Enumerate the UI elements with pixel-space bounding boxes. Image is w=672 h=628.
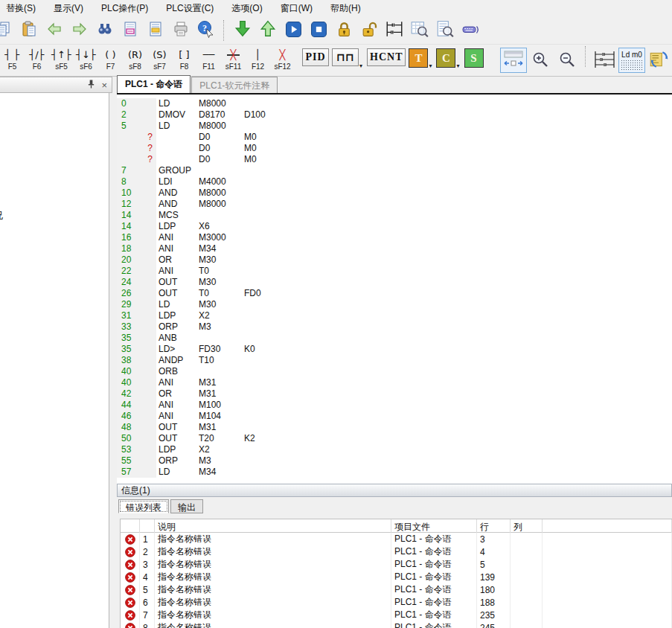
ladder-button-F12[interactable]: │F12 bbox=[246, 46, 270, 74]
stop-button[interactable] bbox=[306, 19, 331, 42]
ladder-button-F7[interactable]: ( )F7 bbox=[98, 46, 123, 74]
convert-button[interactable] bbox=[645, 48, 672, 73]
instruction-row[interactable]: 8LDIM4000 bbox=[117, 176, 672, 188]
run-button[interactable] bbox=[281, 19, 306, 42]
dropdown-arrow-icon[interactable]: ▾ bbox=[456, 63, 459, 69]
download-to-plc-button[interactable] bbox=[230, 19, 255, 42]
document-button[interactable] bbox=[143, 19, 168, 42]
menu-item-plc-settings[interactable]: PLC设置(C) bbox=[157, 0, 223, 17]
ladder-button-sF5[interactable]: ┤↑├sF5 bbox=[49, 46, 74, 74]
instruction-row[interactable]: 42ORM31 bbox=[117, 388, 672, 400]
instruction-row[interactable]: 33ORPM3 bbox=[117, 321, 672, 333]
menu-item-help[interactable]: 帮助(H) bbox=[321, 0, 370, 17]
instruction-row[interactable]: 40ORB bbox=[117, 366, 672, 377]
menu-item-options[interactable]: 选项(O) bbox=[223, 0, 271, 17]
message-tab-0[interactable]: 错误列表 bbox=[118, 499, 169, 513]
instruction-row[interactable]: 40ANIM31 bbox=[117, 377, 672, 388]
ladder-monitor-button[interactable] bbox=[382, 19, 407, 42]
close-icon[interactable]: × bbox=[101, 80, 107, 90]
instruction-row[interactable]: 57LDM34 bbox=[117, 467, 672, 478]
device-connector-button[interactable] bbox=[458, 19, 483, 42]
grid-find-button[interactable] bbox=[407, 19, 432, 42]
pin-icon[interactable] bbox=[87, 79, 95, 92]
find-button[interactable] bbox=[92, 19, 118, 42]
ladder-button-F5[interactable]: ┤ ├F5 bbox=[0, 46, 25, 74]
error-row[interactable]: 7指令名称错误PLC1 - 命令语235 bbox=[121, 609, 672, 621]
instruction-row[interactable]: 2DMOVD8170D100 bbox=[117, 109, 672, 121]
instruction-row[interactable]: 26OUTT0FD0 bbox=[117, 288, 672, 299]
error-row[interactable]: 4指令名称错误PLC1 - 命令语139 bbox=[121, 571, 672, 583]
instruction-row[interactable]: 38ANDPT10 bbox=[117, 355, 672, 366]
unlock-button[interactable] bbox=[356, 19, 382, 42]
menu-item-view[interactable]: 显示(V) bbox=[45, 0, 92, 17]
instruction-button-⊓⊓[interactable]: ⊓⊓ bbox=[332, 48, 359, 66]
instruction-row[interactable]: 18ANIM34 bbox=[117, 243, 672, 254]
instruction-row[interactable]: ?D0M0 bbox=[117, 154, 672, 165]
instruction-row[interactable]: 55ORPM3 bbox=[117, 455, 672, 467]
instruction-row[interactable]: 14MCS bbox=[117, 210, 672, 221]
instruction-row[interactable]: 50OUTT20K2 bbox=[117, 433, 672, 444]
instruction-row[interactable]: 35ANB bbox=[117, 333, 672, 344]
instruction-button-hcnt[interactable]: HCNT bbox=[367, 48, 406, 66]
ladder-button-sF8[interactable]: (R)sF8 bbox=[123, 46, 147, 74]
instruction-list[interactable]: 0LDM80002DMOVD8170D1005LDM8000?D0M0?D0M0… bbox=[117, 96, 672, 484]
error-row[interactable]: 3指令名称错误PLC1 - 命令语5 bbox=[121, 558, 672, 571]
ladder-button-sF6[interactable]: ┤↓├sF6 bbox=[74, 46, 98, 74]
upload-from-plc-button[interactable] bbox=[255, 19, 281, 42]
instruction-row[interactable]: ?D0M0 bbox=[117, 143, 672, 154]
menu-item-window[interactable]: 窗口(W) bbox=[272, 0, 321, 17]
zoom-out-button[interactable] bbox=[554, 48, 580, 73]
instruction-row[interactable]: 44ANIM100 bbox=[117, 400, 672, 411]
instruction-row[interactable]: 46ANIM104 bbox=[117, 411, 672, 422]
ladder-button-sF7[interactable]: (S)sF7 bbox=[147, 46, 172, 74]
device-button-s[interactable]: S bbox=[464, 48, 484, 68]
back-button[interactable] bbox=[42, 19, 67, 42]
instruction-row[interactable]: 0LDM8000 bbox=[117, 98, 672, 109]
instruction-row[interactable]: 7GROUP bbox=[117, 165, 672, 176]
instruction-row[interactable]: 31LDPX2 bbox=[117, 310, 672, 321]
menu-item-replace[interactable]: 替换(S) bbox=[0, 0, 45, 17]
ladder-button-F6[interactable]: ┤/├F6 bbox=[25, 46, 49, 74]
zoom-in-button[interactable] bbox=[527, 48, 554, 73]
ladder-button-F11[interactable]: ──F11 bbox=[196, 46, 221, 74]
document-tab-1[interactable]: PLC1-软元件注释 bbox=[191, 77, 278, 93]
instruction-row[interactable]: 53LDPX2 bbox=[117, 444, 672, 455]
instruction-row[interactable]: ?D0M0 bbox=[117, 132, 672, 143]
lock-button[interactable] bbox=[331, 19, 356, 42]
forward-button[interactable] bbox=[67, 19, 92, 42]
instruction-row[interactable]: 35LD>FD30K0 bbox=[117, 344, 672, 355]
instruction-row[interactable]: 20ORM30 bbox=[117, 254, 672, 266]
instruction-row[interactable]: 16ANIM3000 bbox=[117, 232, 672, 243]
error-row[interactable]: 2指令名称错误PLC1 - 命令语4 bbox=[121, 545, 672, 558]
instruction-list-view-button[interactable]: Ld m0 bbox=[618, 48, 645, 73]
ladder-button-sF12[interactable]: ╳sF12 bbox=[270, 46, 295, 74]
document-find-button[interactable] bbox=[432, 19, 458, 42]
document-tab-0[interactable]: PLC1 - 命令语 bbox=[117, 75, 191, 93]
instruction-row[interactable]: 29LDM30 bbox=[117, 299, 672, 310]
device-button-c[interactable]: C bbox=[436, 48, 455, 68]
ladder-button-sF11[interactable]: ╳sF11 bbox=[221, 46, 246, 74]
error-row[interactable]: 5指令名称错误PLC1 - 命令语180 bbox=[121, 583, 672, 596]
export-report-button[interactable] bbox=[118, 19, 143, 42]
paste-button[interactable] bbox=[16, 19, 42, 42]
window-fit-button[interactable] bbox=[500, 48, 527, 73]
instruction-row[interactable]: 14LDPX6 bbox=[117, 221, 672, 232]
ladder-view-button[interactable] bbox=[592, 48, 618, 73]
instruction-row[interactable]: 5LDM8000 bbox=[117, 121, 672, 132]
instruction-row[interactable]: 10ANDM8000 bbox=[117, 188, 672, 199]
menu-item-plc-operation[interactable]: PLC操作(P) bbox=[92, 0, 157, 17]
print-button[interactable] bbox=[168, 19, 193, 42]
ladder-button-F8[interactable]: [ ]F8 bbox=[172, 46, 196, 74]
dropdown-arrow-icon[interactable]: ▾ bbox=[359, 63, 362, 69]
instruction-row[interactable]: 22ANIT0 bbox=[117, 266, 672, 277]
instruction-row[interactable]: 48OUTM31 bbox=[117, 422, 672, 433]
instruction-row[interactable]: 24OUTM30 bbox=[117, 277, 672, 288]
error-row[interactable]: 1指令名称错误PLC1 - 命令语3 bbox=[121, 533, 672, 545]
error-row[interactable]: 6指令名称错误PLC1 - 命令语188 bbox=[121, 596, 672, 609]
error-row[interactable]: 8指令名称错误PLC1 - 命令语245 bbox=[121, 621, 672, 628]
instruction-row[interactable]: 12ANDM8000 bbox=[117, 199, 672, 210]
instruction-button-pid[interactable]: PID bbox=[302, 48, 329, 66]
help-button[interactable]: ? bbox=[193, 19, 219, 42]
dropdown-arrow-icon[interactable]: ▾ bbox=[429, 63, 432, 69]
message-tab-1[interactable]: 输出 bbox=[170, 499, 203, 513]
